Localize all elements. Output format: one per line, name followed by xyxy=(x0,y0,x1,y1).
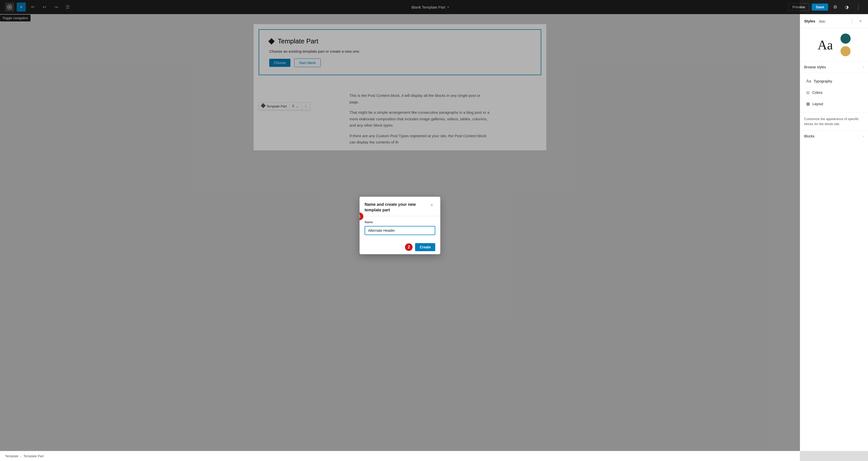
template-part-name-input[interactable] xyxy=(365,226,435,235)
right-sidebar: Styles Beta ⋮ × Aa Browse styles › Aa Ty… xyxy=(800,14,868,451)
modal-close-button[interactable]: × xyxy=(428,202,435,209)
sidebar-menu: Aa Typography ◎ Colors ▦ Layout xyxy=(800,73,868,112)
sidebar-description: Customize the appearance of specific blo… xyxy=(800,112,868,130)
modal-overlay[interactable]: Name and create your new template part ×… xyxy=(0,0,800,451)
styles-preview: Aa xyxy=(800,29,868,62)
sidebar-header-actions: ⋮ × xyxy=(848,18,864,25)
sidebar-title: Styles xyxy=(804,19,815,23)
theme-toggle-button[interactable]: ◑ xyxy=(842,2,851,11)
light-color-circle xyxy=(840,46,850,56)
bottom-bar: Template › Template Part xyxy=(0,451,800,461)
styles-text-sample: Aa xyxy=(817,38,833,53)
step-2-badge: 2 xyxy=(405,243,412,251)
blocks-menu-item[interactable]: Blocks › xyxy=(800,130,868,142)
name-label: Name xyxy=(365,221,435,224)
sidebar-header: Styles Beta ⋮ × xyxy=(800,14,868,29)
sidebar-title-area: Styles Beta xyxy=(804,19,826,24)
colors-menu-item[interactable]: ◎ Colors xyxy=(802,87,866,98)
settings-button[interactable]: ⚙ xyxy=(831,2,840,11)
modal-title: Name and create your new template part xyxy=(365,202,428,213)
modal-body: Name xyxy=(360,217,440,240)
typography-label: Typography xyxy=(814,79,832,83)
typography-menu-item[interactable]: Aa Typography xyxy=(802,76,866,87)
layout-icon: ▦ xyxy=(806,101,810,106)
sidebar-more-button[interactable]: ⋮ xyxy=(848,18,856,25)
breadcrumb-template[interactable]: Template xyxy=(5,454,19,458)
browse-styles-label: Browse styles xyxy=(804,65,826,69)
beta-badge: Beta xyxy=(818,20,826,24)
color-circles xyxy=(840,34,850,56)
breadcrumb-template-part[interactable]: Template Part xyxy=(24,454,44,458)
typography-icon: Aa xyxy=(806,79,811,84)
layout-menu-item[interactable]: ▦ Layout xyxy=(802,98,866,109)
breadcrumb-separator: › xyxy=(21,454,22,458)
create-template-part-modal: Name and create your new template part ×… xyxy=(360,197,440,255)
layout-label: Layout xyxy=(812,102,823,106)
modal-footer: 2 Create xyxy=(360,240,440,254)
more-options-button[interactable]: ⋮ xyxy=(854,2,863,11)
sidebar-close-button[interactable]: × xyxy=(857,18,864,25)
colors-icon: ◎ xyxy=(806,90,810,95)
blocks-chevron: › xyxy=(863,134,864,138)
browse-styles-item[interactable]: Browse styles › xyxy=(800,62,868,73)
colors-label: Colors xyxy=(812,91,822,95)
modal-header: Name and create your new template part × xyxy=(360,197,440,217)
blocks-label: Blocks xyxy=(804,134,814,138)
dark-color-circle xyxy=(840,34,850,44)
browse-styles-chevron: › xyxy=(863,65,864,69)
create-template-part-button[interactable]: Create xyxy=(415,243,435,251)
save-button[interactable]: Save xyxy=(812,3,828,10)
